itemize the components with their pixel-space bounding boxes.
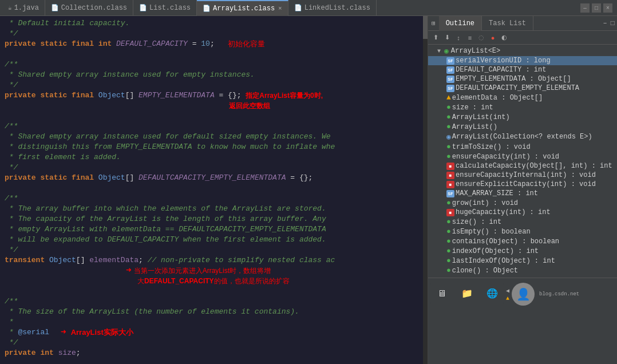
tree-item-7[interactable]: ● ArrayList() — [428, 122, 617, 132]
tree-item-20[interactable]: ● indexOf(Object) : int — [428, 246, 617, 256]
code-comment-28: * — [5, 327, 18, 338]
type-object-3: Object — [49, 255, 76, 266]
tree-item-10[interactable]: ● ensureCapacity(int) : void — [428, 152, 617, 161]
tree-item-22[interactable]: ● clone() : Object — [428, 266, 617, 275]
code-assign-1: = {}; — [215, 90, 246, 101]
close-button[interactable]: × — [603, 3, 612, 13]
code-semi-3: ; — [76, 348, 81, 358]
root-toggle[interactable]: ▼ — [437, 48, 444, 54]
tree-item-2[interactable]: SF EMPTY_ELEMENTDATA : Object[] — [428, 74, 617, 84]
tree-item-9[interactable]: ● trimToSize() : void — [428, 142, 617, 152]
maximize-panel-icon[interactable]: □ — [611, 19, 615, 27]
item-2-icon: SF — [446, 76, 454, 83]
code-line-13: * first element is added. — [0, 152, 428, 163]
tree-item-1[interactable]: SF DEFAULT_CAPACITY : int — [428, 65, 617, 74]
annotation-empty-1: 指定ArrayList容量为0时, — [246, 90, 323, 101]
code-comment-12: * distinguish this from EMPTY_ELEMENTDAT… — [5, 142, 335, 152]
tree-item-5[interactable]: ● size : int — [428, 102, 617, 112]
tab-arraylist[interactable]: 📄 ArrayList.class × — [197, 0, 288, 16]
tree-item-11[interactable]: ■ calculateCapacity(Object[], int) : int — [428, 161, 617, 171]
code-comment-13: * first element is added. — [5, 152, 121, 163]
code-comment-14: */ — [5, 163, 18, 173]
tab-java-label: 1.java — [14, 4, 39, 12]
tree-item-17[interactable]: ● size() : int — [428, 217, 617, 227]
outline-btn-2[interactable]: ⬇ — [442, 33, 452, 43]
outline-btn-1[interactable]: ⬆ — [430, 33, 441, 43]
item-2-label: EMPTY_ELEMENTDATA : Object[] — [456, 75, 571, 83]
tab-list[interactable]: 📄 List.class — [133, 0, 197, 16]
tab-collection[interactable]: 📄 Collection.class — [45, 0, 133, 16]
taskbar-icon-3[interactable]: 🌐 — [481, 283, 504, 304]
nav-warning-icon[interactable]: ▲ — [506, 295, 509, 302]
code-comment-25: /** — [5, 296, 18, 307]
main-content: * Default initial capacity. */ private s… — [0, 16, 617, 364]
maximize-button[interactable]: □ — [592, 3, 601, 13]
code-comment-23b: // non-private to simplify nested class … — [148, 255, 335, 266]
tree-item-6[interactable]: ● ArrayList(int) — [428, 112, 617, 122]
taskbar-icon-1[interactable]: 🖥 — [430, 283, 453, 304]
minimize-panel-icon[interactable]: – — [603, 19, 607, 27]
item-4-label: elementData : Object[] — [452, 94, 543, 102]
tab-outline[interactable]: Outline — [439, 16, 482, 31]
code-bracket-2: [] — [125, 173, 139, 183]
tree-item-14[interactable]: SF MAX_ARRAY_SIZE : int — [428, 189, 617, 198]
tab-java[interactable]: ☕ 1.java — [2, 0, 45, 16]
outline-tree[interactable]: ▼ ◉ ArrayList<E> SF serialVersionUID : l… — [428, 45, 617, 364]
code-line-5: /** — [0, 60, 428, 70]
outline-btn-6[interactable]: ● — [488, 33, 498, 43]
tree-item-21[interactable]: ● lastIndexOf(Object) : int — [428, 256, 617, 266]
code-line-19: * The capacity of the ArrayList is the l… — [0, 214, 428, 224]
code-scroll[interactable]: * Default initial capacity. */ private s… — [0, 16, 428, 364]
tree-item-0[interactable]: SF serialVersionUID : long — [428, 56, 617, 65]
outline-icon: ⊞ — [428, 19, 439, 27]
tree-item-3[interactable]: SF DEFAULTCAPACITY_EMPTY_ELEMENTA — [428, 84, 617, 93]
nav-controls: ◀ ▲ — [506, 283, 509, 306]
code-comment-6: * Shared empty array instance used for e… — [5, 70, 255, 80]
outline-toolbar: ⬆ ⬇ ↕ ≡ ◌ ● ◐ — [428, 31, 617, 45]
tree-item-19[interactable]: ● contains(Object) : boolean — [428, 236, 617, 246]
tree-item-16[interactable]: ■ hugeCapacity(int) : int — [428, 208, 617, 217]
outline-btn-3[interactable]: ↕ — [453, 33, 464, 43]
tab-list-label: List.class — [149, 4, 191, 12]
taskbar-icon-2[interactable]: 📁 — [456, 283, 478, 304]
code-bracket-1: [] — [125, 90, 139, 101]
title-bar: ☕ 1.java 📄 Collection.class 📄 List.class… — [0, 0, 617, 16]
item-0-icon: SF — [446, 57, 454, 65]
code-line-18: * The array buffer into which the elemen… — [0, 204, 428, 214]
kw-transient: transient — [5, 255, 49, 266]
kw-static-1: static — [40, 39, 72, 49]
tree-root-arraylist[interactable]: ▼ ◉ ArrayList<E> — [428, 46, 617, 56]
item-22-icon: ● — [446, 266, 451, 275]
item-3-label: DEFAULTCAPACITY_EMPTY_ELEMENTA — [456, 84, 579, 92]
item-0-label: serialVersionUID : long — [456, 57, 551, 65]
vertical-scrollbar[interactable] — [423, 16, 428, 364]
tree-item-4[interactable]: ▲ elementData : Object[] — [428, 93, 617, 102]
outline-btn-7[interactable]: ◐ — [499, 33, 509, 43]
nav-up-icon[interactable]: ◀ — [506, 287, 509, 294]
code-assign-2: = {}; — [286, 173, 313, 183]
tab-linkedlist[interactable]: 📄 LinkedList.class — [288, 0, 377, 16]
outline-btn-4[interactable]: ≡ — [465, 33, 475, 43]
code-line-20: * empty ArrayList with elementData == DE… — [0, 224, 428, 235]
scrollbar-thumb[interactable] — [423, 16, 428, 39]
tree-item-13[interactable]: ■ ensureExplicitCapacity(int) : void — [428, 180, 617, 189]
outline-btn-5[interactable]: ◌ — [476, 33, 487, 43]
code-line-23c: ➜ 当第一次添加元素进入ArrayList时，数组将增 — [0, 266, 428, 276]
kw-final-1: final — [72, 39, 98, 49]
item-11-icon: ■ — [446, 163, 454, 170]
tree-item-8[interactable]: ◉ ArrayList(Collection<? extends E>) — [428, 132, 617, 142]
tab-close-icon[interactable]: × — [278, 5, 282, 12]
tree-item-15[interactable]: ● grow(int) : void — [428, 198, 617, 208]
field-empty-elementdata: EMPTY_ELEMENTDATA — [139, 90, 215, 101]
item-17-label: size() : int — [452, 218, 501, 226]
tree-item-18[interactable]: ● isEmpty() : boolean — [428, 227, 617, 236]
item-16-icon: ■ — [446, 209, 454, 216]
item-6-icon: ● — [446, 113, 451, 121]
code-line-21: * will be expanded to DEFAULT_CAPACITY w… — [0, 235, 428, 245]
code-line-25: /** — [0, 296, 428, 307]
tab-tasklist[interactable]: Task List — [482, 16, 533, 31]
minimize-button[interactable]: – — [580, 3, 590, 13]
kw-private-1: private — [5, 39, 40, 49]
tree-item-12[interactable]: ■ ensureCapacityInternal(int) : void — [428, 171, 617, 180]
collection-icon: 📄 — [51, 4, 59, 11]
